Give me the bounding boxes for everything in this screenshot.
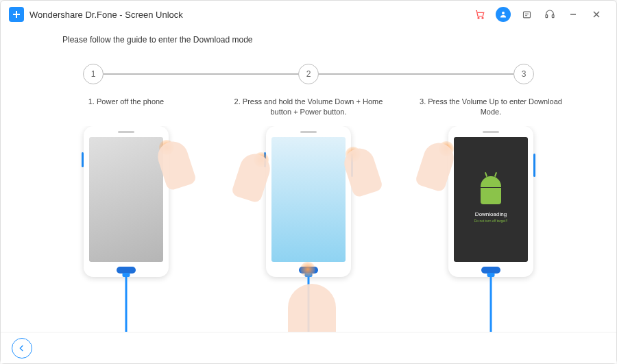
- footer: [1, 332, 616, 363]
- phone-icon: Downloading Do not turn off target!!: [448, 126, 533, 277]
- feedback-icon[interactable]: [519, 7, 534, 22]
- close-button[interactable]: [589, 7, 604, 22]
- minimize-button[interactable]: [566, 7, 581, 22]
- hand-icon: [288, 284, 336, 332]
- svg-rect-5: [552, 15, 554, 18]
- android-icon: [481, 176, 501, 204]
- app-window: Wondershare Dr.Fone - Screen Unlock Plea…: [0, 0, 617, 364]
- back-button[interactable]: [12, 338, 32, 359]
- guide-heading: Please follow the guide to enter the Dow…: [62, 35, 596, 45]
- step-3-circle: 3: [513, 64, 534, 84]
- svg-point-0: [478, 17, 479, 19]
- svg-point-1: [482, 17, 483, 19]
- svg-rect-3: [523, 12, 530, 18]
- svg-point-2: [502, 12, 505, 14]
- downloading-sublabel: Do not turn off target!!: [474, 219, 508, 223]
- titlebar: Wondershare Dr.Fone - Screen Unlock: [1, 1, 616, 28]
- phone-icon: [266, 126, 351, 277]
- user-icon[interactable]: [496, 7, 511, 22]
- cart-icon[interactable]: [472, 7, 487, 22]
- step-1-illustration: [35, 126, 217, 332]
- step-1-circle: 1: [83, 64, 104, 84]
- touch-glow-icon: [300, 262, 315, 277]
- window-title: Wondershare Dr.Fone - Screen Unlock: [29, 10, 183, 20]
- step-3-illustration: Downloading Do not turn off target!!: [400, 126, 582, 332]
- step-line: [104, 73, 298, 75]
- step-line: [319, 73, 513, 75]
- step-1-caption: 1. Power off the phone: [35, 97, 217, 118]
- usb-cable-icon: [125, 276, 128, 332]
- step-2-illustration: [217, 126, 400, 332]
- svg-rect-4: [546, 15, 548, 18]
- stepper: 1 2 3: [21, 64, 596, 84]
- content-area: Please follow the guide to enter the Dow…: [1, 28, 616, 332]
- step-2-circle: 2: [298, 64, 319, 84]
- phone-icon: [84, 126, 169, 277]
- app-logo: [9, 7, 24, 22]
- phones-row: Downloading Do not turn off target!!: [21, 126, 596, 332]
- step-2-caption: 2. Press and hold the Volume Down + Home…: [217, 97, 400, 118]
- step-captions: 1. Power off the phone 2. Press and hold…: [21, 97, 596, 118]
- volume-button-indicator: [533, 154, 535, 177]
- headset-icon[interactable]: [542, 7, 557, 22]
- usb-cable-icon: [490, 276, 492, 332]
- downloading-label: Downloading: [475, 211, 507, 217]
- step-3-caption: 3. Press the Volume Up to enter Download…: [400, 97, 582, 118]
